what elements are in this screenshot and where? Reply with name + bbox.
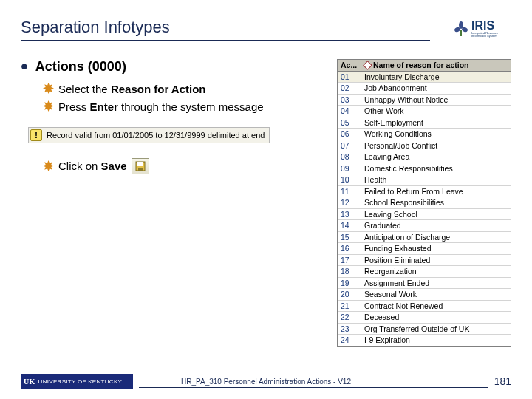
system-message-text: Record valid from 01/01/2005 to 12/31/99… xyxy=(47,131,265,140)
slide-footer: UK UNIVERSITY OF KENTUCKY HR_PA_310 Pers… xyxy=(0,374,532,389)
sub-c-bold: Save xyxy=(101,160,127,172)
table-row[interactable]: 15Anticipation of Discharge xyxy=(338,232,511,244)
row-code: 18 xyxy=(338,266,361,277)
row-name: Position Eliminated xyxy=(361,255,511,266)
row-code: 23 xyxy=(338,324,361,335)
table-row[interactable]: 23Org Transferred Outside of UK xyxy=(338,324,511,335)
iris-logo: IRIS Integrated Resource Information Sys… xyxy=(452,15,511,43)
row-name: Anticipation of Discharge xyxy=(361,232,511,243)
table-row[interactable]: 06Working Conditions xyxy=(338,129,511,140)
row-code: 11 xyxy=(338,186,361,197)
iris-flower-icon xyxy=(452,20,470,38)
row-name: Health xyxy=(361,174,511,185)
table-row[interactable]: 07Personal/Job Conflict xyxy=(338,140,511,152)
svg-marker-6 xyxy=(43,160,54,171)
table-row[interactable]: 11Failed to Return From Leave xyxy=(338,186,511,198)
row-code: 07 xyxy=(338,140,361,151)
row-name: Deceased xyxy=(361,312,511,323)
row-code: 01 xyxy=(338,72,361,83)
table-row[interactable]: 16Funding Exhausted xyxy=(338,243,511,255)
sub-b-bold: Enter xyxy=(90,100,118,113)
uk-org-name: UNIVERSITY OF KENTUCKY xyxy=(38,378,123,385)
uk-badge: UK xyxy=(24,378,35,386)
row-name: Funding Exhausted xyxy=(361,243,511,254)
table-row[interactable]: 20Seasonal Work xyxy=(338,289,511,301)
sun-bullet-icon xyxy=(43,83,54,96)
table-row[interactable]: 24I-9 Expiration xyxy=(338,335,511,346)
table-row[interactable]: 22Deceased xyxy=(338,312,511,324)
col-code: Ac... xyxy=(338,60,361,71)
sub-a-bold: Reason for Action xyxy=(111,83,206,95)
table-row[interactable]: 21Contract Not Renewed xyxy=(338,301,511,313)
table-row[interactable]: 02Job Abandonment xyxy=(338,83,511,95)
row-code: 05 xyxy=(338,117,361,129)
sun-bullet-icon xyxy=(43,160,54,174)
row-code: 22 xyxy=(338,312,361,323)
row-code: 08 xyxy=(338,151,361,163)
row-code: 09 xyxy=(338,163,361,174)
row-name: Working Conditions xyxy=(361,129,511,140)
row-code: 15 xyxy=(338,232,361,243)
row-code: 02 xyxy=(338,83,361,94)
table-row[interactable]: 14Graduated xyxy=(338,220,511,232)
col-name: Name of reason for action xyxy=(361,60,511,71)
logo-text: IRIS xyxy=(471,20,511,32)
svg-rect-3 xyxy=(460,30,462,36)
sun-bullet-icon xyxy=(43,100,54,114)
sub-b-post: through the system message xyxy=(118,100,264,113)
svg-rect-8 xyxy=(137,162,143,166)
row-name: Self-Employment xyxy=(361,117,511,129)
reason-table[interactable]: Ac... Name of reason for action 01Involu… xyxy=(337,59,511,347)
uk-logo: UK UNIVERSITY OF KENTUCKY xyxy=(21,374,133,389)
row-code: 17 xyxy=(338,255,361,266)
row-code: 10 xyxy=(338,174,361,185)
table-row[interactable]: 04Other Work xyxy=(338,106,511,117)
row-name: Contract Not Renewed xyxy=(361,301,511,312)
table-row[interactable]: 17Position Eliminated xyxy=(338,255,511,267)
sub-item-press-enter: Press Enter through the system message xyxy=(43,100,328,115)
bullet-heading: Actions xyxy=(35,59,84,74)
row-code: 21 xyxy=(338,301,361,312)
row-name: Graduated xyxy=(361,220,511,231)
sub-a-pre: Select the xyxy=(58,83,111,95)
row-name: Assignment Ended xyxy=(361,278,511,289)
row-code: 24 xyxy=(338,335,361,346)
table-header: Ac... Name of reason for action xyxy=(338,60,511,72)
row-name: Unhappy Without Notice xyxy=(361,95,511,106)
row-name: Failed to Return From Leave xyxy=(361,186,511,197)
row-name: Leaving School xyxy=(361,209,511,220)
row-name: Org Transferred Outside of UK xyxy=(361,324,511,335)
row-code: 14 xyxy=(338,220,361,231)
row-code: 06 xyxy=(338,129,361,140)
table-row[interactable]: 09Domestic Responsibilities xyxy=(338,163,511,175)
table-row[interactable]: 05Self-Employment xyxy=(338,117,511,129)
row-name: Reorganization xyxy=(361,266,511,277)
row-code: 19 xyxy=(338,278,361,289)
row-name: Involuntary Discharge xyxy=(361,72,511,83)
table-row[interactable]: 03Unhappy Without Notice xyxy=(338,95,511,106)
save-toolbar-button[interactable] xyxy=(132,158,149,174)
svg-marker-4 xyxy=(43,83,54,94)
table-row[interactable]: 18Reorganization xyxy=(338,266,511,278)
table-row[interactable]: 19Assignment Ended xyxy=(338,278,511,290)
table-row[interactable]: 01Involuntary Discharge xyxy=(338,72,511,83)
logo-sub: Integrated Resource Information System xyxy=(471,32,511,38)
table-row[interactable]: 12School Responsibilities xyxy=(338,197,511,209)
table-row[interactable]: 13Leaving School xyxy=(338,209,511,221)
sub-item-save: Click on Save xyxy=(43,158,328,174)
row-name: Leaving Area xyxy=(361,151,511,163)
row-name: Domestic Responsibilities xyxy=(361,163,511,174)
row-code: 13 xyxy=(338,209,361,220)
table-row[interactable]: 08Leaving Area xyxy=(338,151,511,163)
footer-doc-name: HR_PA_310 Personnel Administration Actio… xyxy=(177,378,355,386)
row-name: Job Abandonment xyxy=(361,83,511,94)
row-name: Seasonal Work xyxy=(361,289,511,300)
slide-title: Separation Infotypes xyxy=(21,18,430,41)
row-code: 04 xyxy=(338,106,361,117)
row-code: 03 xyxy=(338,95,361,106)
svg-rect-9 xyxy=(138,168,143,171)
bullet-code: (0000) xyxy=(88,59,126,74)
bullet-dot-icon: • xyxy=(21,59,28,74)
row-name: Personal/Job Conflict xyxy=(361,140,511,151)
table-row[interactable]: 10Health xyxy=(338,174,511,186)
